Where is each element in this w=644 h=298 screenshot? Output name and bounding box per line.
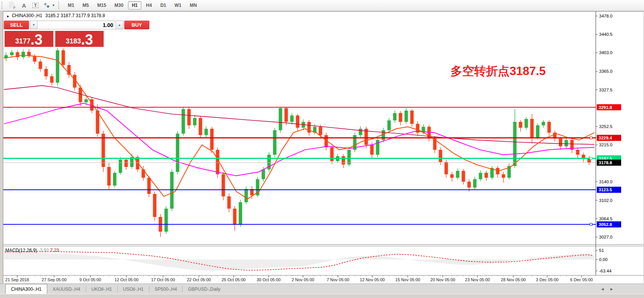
symbol-tab-ukoil[interactable]: UKOil-,H1 — [86, 284, 117, 294]
svg-text:30 Oct 05:00: 30 Oct 05:00 — [257, 277, 281, 282]
bid-price-fraction: .3 — [30, 34, 43, 46]
bid-price-main: 3177 — [15, 38, 30, 45]
svg-text:-63.44: -63.44 — [599, 269, 612, 273]
svg-text:28 Nov 05:00: 28 Nov 05:00 — [501, 277, 525, 282]
tab-scroll-right-icon[interactable]: ► — [610, 287, 614, 291]
svg-text:2 Nov 05:00: 2 Nov 05:00 — [292, 277, 314, 282]
volume-input[interactable] — [38, 21, 115, 29]
svg-text:6 Dec 05:00: 6 Dec 05:00 — [570, 277, 593, 282]
svg-text:21 Sep 2018: 21 Sep 2018 — [5, 277, 29, 282]
status-strip — [0, 294, 644, 298]
volume-stepper: ▼ ▲ — [30, 21, 123, 29]
svg-text:15 Nov 05:00: 15 Nov 05:00 — [395, 277, 420, 282]
svg-text:3440.5: 3440.5 — [599, 32, 612, 37]
sell-button[interactable]: SELL — [4, 21, 29, 29]
chart-tab-bar: CHINA300-,H1XAUUSD-,H4UKOil-,H1USOil-,H1… — [0, 284, 644, 294]
svg-text:12 Oct 05:00: 12 Oct 05:00 — [115, 277, 139, 282]
buy-button[interactable]: BUY — [124, 21, 149, 29]
mt4-window: F A T ▼ M1M5M15M30H1H4D1W1MN 3478.03440.… — [0, 0, 644, 298]
chart-ohlc-values: 3185.2 3187.7 3177.9 3178.8 — [45, 13, 105, 18]
ask-price-fraction: .3 — [81, 34, 93, 46]
svg-text:20 Nov 05:00: 20 Nov 05:00 — [430, 277, 455, 282]
tab-scroll-left-icon[interactable]: ◄ — [601, 287, 604, 291]
bid-price-panel[interactable]: 3177.3 — [4, 30, 54, 48]
macd-label: MACD(12,26,9) -3.92 7.23 — [5, 248, 59, 253]
svg-text:3291.8: 3291.8 — [599, 105, 612, 110]
svg-text:27 Sep 05:00: 27 Sep 05:00 — [42, 277, 66, 282]
svg-text:12 Nov 05:00: 12 Nov 05:00 — [360, 277, 384, 282]
svg-text:3403.0: 3403.0 — [599, 50, 612, 55]
symbol-tab-gbpusd[interactable]: GBPUSD-,Daily — [183, 284, 226, 294]
chart-symbol-label: CHINA300-,H1 — [12, 13, 42, 18]
svg-text:3178.8: 3178.8 — [599, 160, 612, 165]
svg-text:3027.0: 3027.0 — [599, 235, 612, 239]
symbol-tab-china300[interactable]: CHINA300-,H1 — [5, 284, 47, 294]
chart-background — [3, 11, 644, 284]
svg-text:3478.0: 3478.0 — [599, 14, 612, 18]
svg-text:22 Oct 05:00: 22 Oct 05:00 — [187, 277, 211, 282]
svg-text:3140.0: 3140.0 — [599, 179, 612, 184]
volume-increase-button[interactable]: ▲ — [115, 21, 123, 29]
symbol-tab-xauusd[interactable]: XAUUSD-,H4 — [47, 284, 86, 294]
volume-decrease-button[interactable]: ▼ — [30, 21, 38, 29]
svg-text:3064.5: 3064.5 — [599, 216, 612, 221]
svg-text:3052.8: 3052.8 — [599, 222, 612, 227]
svg-text:3215.0: 3215.0 — [599, 143, 612, 147]
tabs-holder: CHINA300-,H1XAUUSD-,H4UKOil-,H1USOil-,H1… — [0, 284, 226, 294]
svg-text:17 Oct 05:00: 17 Oct 05:00 — [151, 277, 175, 282]
ask-price-main: 3183 — [66, 38, 81, 45]
collapse-arrow-icon[interactable]: ▲ — [6, 14, 10, 18]
svg-text:3252.5: 3252.5 — [599, 124, 612, 129]
tab-scroll-arrows: ◄ ► — [601, 284, 614, 294]
svg-text:3102.0: 3102.0 — [599, 198, 612, 203]
svg-text:3 Dec 05:00: 3 Dec 05:00 — [536, 277, 558, 282]
ask-price-panel[interactable]: 3183.3 — [54, 30, 105, 48]
symbol-tab-sp500[interactable]: SP500-,H4 — [149, 284, 183, 294]
one-click-trading-panel: SELL ▼ ▲ BUY 3177.3 3183.3 — [4, 21, 104, 48]
svg-text:7 Nov 05:00: 7 Nov 05:00 — [327, 277, 349, 282]
svg-text:3365.0: 3365.0 — [599, 69, 612, 74]
svg-text:51: 51 — [599, 248, 604, 253]
svg-text:3229.4: 3229.4 — [599, 136, 612, 140]
svg-text:0.00: 0.00 — [599, 257, 607, 262]
svg-text:23 Nov 05:00: 23 Nov 05:00 — [465, 277, 490, 282]
chart-text-annotation: 多空转折点3187.5 — [438, 63, 546, 79]
svg-text:3327.5: 3327.5 — [599, 88, 612, 92]
symbol-tab-usoil[interactable]: USOil-,H1 — [118, 284, 149, 294]
svg-text:25 Oct 05:00: 25 Oct 05:00 — [222, 277, 246, 282]
svg-text:9 Oct 05:00: 9 Oct 05:00 — [80, 277, 101, 282]
svg-text:3123.5: 3123.5 — [599, 187, 612, 192]
chart-title-bar: ▲CHINA300-,H13185.2 3187.7 3177.9 3178.8 — [6, 13, 105, 18]
